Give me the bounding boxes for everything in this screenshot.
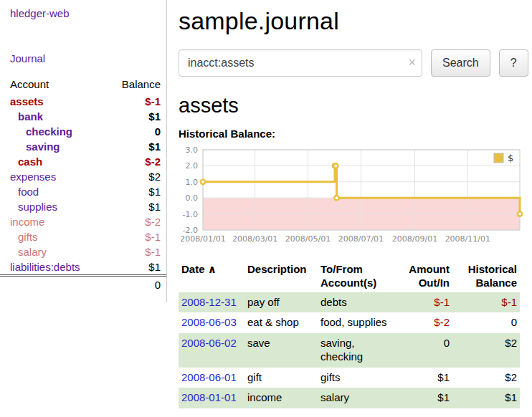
search-form: × Search ? [179, 49, 526, 77]
account-heading: assets [179, 94, 526, 118]
svg-text:2.0: 2.0 [186, 161, 199, 171]
svg-text:-1.0: -1.0 [183, 210, 198, 219]
sort-asc-icon[interactable]: ∧ [205, 263, 217, 275]
account-link[interactable]: income [10, 216, 44, 228]
account-row: cash$-2 [0, 154, 166, 169]
account-name-cell: income [0, 214, 99, 229]
account-row: liabilities:debts$1 [0, 259, 166, 276]
account-tree-header: Account Balance [0, 76, 166, 94]
date-link[interactable]: 2008-06-01 [181, 371, 237, 383]
account-link[interactable]: salary [18, 246, 47, 258]
svg-text:2008/01/01: 2008/01/01 [180, 234, 225, 244]
account-link[interactable]: gifts [18, 231, 38, 243]
account-name-cell: bank [0, 109, 99, 124]
account-link[interactable]: cash [18, 155, 42, 168]
app-title-link[interactable]: hledger-web [0, 7, 166, 19]
account-balance: $1 [99, 109, 166, 124]
cell-date: 2008-12-31 [179, 292, 244, 313]
date-link[interactable]: 2008-01-01 [181, 391, 237, 403]
cell-amount: 0 [392, 333, 452, 368]
legend-label: $ [508, 153, 513, 163]
column-header-description: Description [244, 261, 318, 292]
register-row: 2008-12-31pay offdebts$-1$-1 [179, 292, 520, 313]
account-row: assets$-1 [0, 94, 166, 109]
account-name-cell: saving [0, 139, 99, 154]
help-button[interactable]: ? [499, 49, 528, 77]
cell-balance: $2 [452, 333, 520, 368]
account-name-cell: supplies [0, 199, 99, 214]
account-balance: $-2 [99, 154, 166, 169]
historical-balance-chart: 3.02.01.00.0-1.0-2.02008/01/012008/03/01… [179, 145, 526, 247]
column-header-accounts: To/From Account(s) [318, 261, 392, 292]
account-column-header: Account [0, 76, 99, 94]
register-row: 2008-06-01giftgifts$1$2 [179, 368, 520, 388]
svg-text:2008/07/01: 2008/07/01 [338, 234, 384, 244]
account-row: food$1 [0, 184, 166, 199]
cell-description: pay off [244, 292, 318, 313]
cell-accounts: debts [318, 292, 392, 313]
account-balance: $1 [99, 184, 166, 199]
cell-accounts: gifts [318, 368, 392, 388]
cell-date: 2008-06-02 [179, 333, 244, 368]
search-input[interactable] [179, 49, 422, 77]
account-balance: 0 [99, 124, 166, 139]
date-link[interactable]: 2008-06-02 [181, 337, 237, 349]
total-spacer [0, 276, 99, 293]
cell-date: 2008-06-01 [179, 368, 244, 388]
column-header-amount: Amount Out/In [392, 261, 452, 292]
cell-balance: $1 [452, 388, 520, 408]
column-header-balance: Historical Balance [452, 261, 520, 292]
register-row: 2008-01-01incomesalary$1$1 [179, 388, 520, 408]
account-tree-body: assets$-1bank$1checking0saving$1cash$-2e… [0, 94, 166, 276]
account-name-cell: salary [0, 244, 99, 259]
cell-amount: $1 [392, 388, 452, 408]
account-link[interactable]: saving [26, 140, 60, 153]
account-link[interactable]: supplies [18, 201, 57, 213]
account-link[interactable]: bank [18, 110, 43, 123]
cell-balance: 0 [452, 312, 520, 333]
total-balance: 0 [99, 276, 166, 293]
account-balance: $-1 [99, 229, 166, 244]
account-link[interactable]: assets [10, 95, 44, 107]
account-row: income$-2 [0, 214, 166, 229]
nav-journal-link[interactable]: Journal [0, 19, 166, 64]
cell-amount: $-2 [392, 312, 452, 333]
cell-accounts: food, supplies [318, 312, 392, 333]
account-name-cell: liabilities:debts [0, 259, 99, 276]
cell-balance: $-1 [452, 292, 520, 313]
account-balance: $-1 [99, 94, 166, 109]
account-balance: $2 [99, 169, 166, 184]
account-link[interactable]: liabilities:debts [10, 261, 80, 273]
search-button[interactable]: Search [431, 49, 490, 77]
register-row: 2008-06-03eat & shopfood, supplies$-20 [179, 312, 520, 333]
cell-accounts: salary [318, 388, 392, 408]
account-name-cell: checking [0, 124, 99, 139]
svg-text:3.0: 3.0 [186, 145, 199, 155]
legend-swatch [494, 153, 503, 163]
account-balance: $1 [99, 139, 166, 154]
account-row: saving$1 [0, 139, 166, 154]
date-link[interactable]: 2008-12-31 [181, 296, 237, 308]
clear-search-icon[interactable]: × [408, 55, 416, 70]
date-link[interactable]: 2008-06-03 [181, 316, 237, 328]
account-row: bank$1 [0, 109, 166, 124]
cell-accounts: saving, checking [318, 333, 392, 368]
account-link[interactable]: expenses [10, 171, 56, 183]
account-balance: $-1 [99, 244, 166, 259]
total-row: 0 [0, 276, 166, 293]
svg-text:2008/03/01: 2008/03/01 [232, 234, 277, 244]
register-body: 2008-12-31pay offdebts$-1$-12008-06-03ea… [179, 292, 520, 409]
account-link[interactable]: food [18, 186, 39, 198]
account-link[interactable]: checking [26, 125, 72, 138]
chart-title: Historical Balance: [179, 128, 526, 140]
cell-description: eat & shop [244, 312, 318, 333]
cell-description: save [244, 333, 318, 368]
svg-text:2008/11/01: 2008/11/01 [445, 234, 490, 244]
account-name-cell: assets [0, 94, 99, 109]
register-row: 2008-06-02savesaving, checking0$2 [179, 333, 520, 368]
svg-text:2008/05/01: 2008/05/01 [285, 234, 331, 244]
column-header-date[interactable]: Date ∧ [179, 261, 244, 292]
cell-date: 2008-06-03 [179, 312, 244, 333]
account-balance: $1 [99, 199, 166, 214]
account-row: salary$-1 [0, 244, 166, 259]
